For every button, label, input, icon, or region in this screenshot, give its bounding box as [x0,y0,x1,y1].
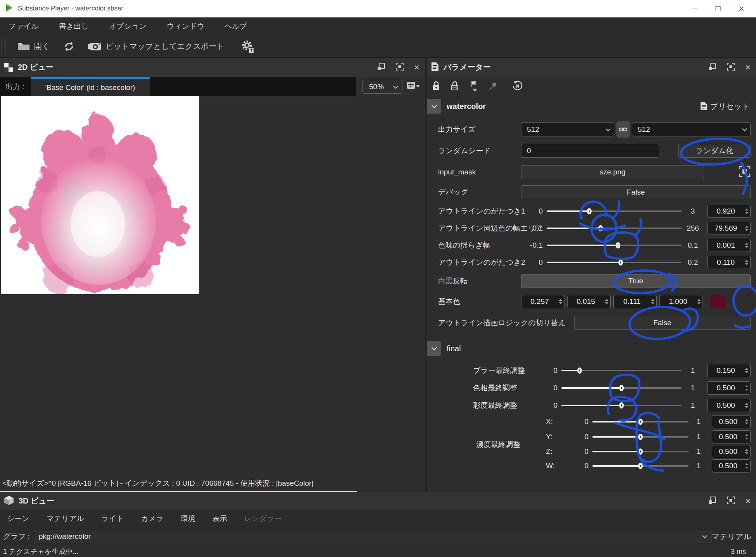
horizontal-splitter[interactable] [0,491,357,492]
link-size-button[interactable] [616,121,630,138]
color-a-spinbox[interactable]: 1.000 [659,295,703,308]
spin-arrows[interactable] [604,299,610,304]
close-button[interactable]: × [739,3,744,14]
slider-track[interactable] [561,370,682,371]
open-folder-icon[interactable] [17,41,30,52]
value-spinbox[interactable]: 0.500 [707,381,751,395]
pin-icon[interactable] [488,81,498,92]
camera-icon[interactable] [88,41,102,52]
open-button[interactable]: 開く [34,41,50,52]
menu-help[interactable]: ヘルプ [224,21,247,31]
flag-filter-icon[interactable] [469,80,479,93]
slider-handle[interactable] [577,367,582,374]
invert-toggle-button[interactable]: True [521,274,751,288]
export-bitmap-button[interactable]: ビットマップとしてエクスポート [105,41,224,52]
base-color-swatch[interactable] [710,295,726,308]
outline-logic-toggle-button[interactable]: False [574,316,751,330]
maximize-pane-icon[interactable] [727,496,735,506]
spin-arrows[interactable] [696,299,702,304]
value-spinbox[interactable]: 0.500 [707,399,751,412]
fit-image-icon[interactable] [739,166,751,179]
menu-options[interactable]: オプション [109,21,147,31]
texture-canvas[interactable] [1,96,199,294]
collapse-final-button[interactable] [427,341,441,356]
spin-arrows[interactable] [744,434,750,440]
slider-handle[interactable] [616,242,620,248]
lock-size-link-icon[interactable] [450,81,460,93]
slider-track[interactable] [561,387,682,389]
reset-history-icon[interactable] [512,80,523,93]
slider-handle[interactable] [638,419,643,425]
spin-arrows[interactable] [744,463,750,469]
slider-handle[interactable] [638,448,643,455]
slider-handle[interactable] [598,225,603,231]
parameters-header[interactable]: パラメーター × [427,58,756,77]
debug-toggle-button[interactable]: False [521,185,751,199]
maximize-button[interactable]: □ [716,4,721,13]
slider-handle[interactable] [619,385,624,391]
menu-window[interactable]: ウィンドウ [167,21,204,31]
spin-arrows[interactable] [744,385,750,391]
output-height-dropdown[interactable]: 512 [632,122,751,136]
value-spinbox[interactable]: 0.110 [707,256,751,269]
menu-export[interactable]: 書き出し [59,21,89,31]
slider-handle[interactable] [618,259,623,266]
minimize-button[interactable]: ─ [692,5,697,12]
tab-display[interactable]: 表示 [212,514,227,524]
menu-file[interactable]: ファイル [9,21,39,31]
spin-arrows[interactable] [744,226,750,231]
spin-arrows[interactable] [744,243,750,248]
value-spinbox[interactable]: 0.920 [707,205,751,218]
spin-arrows[interactable] [744,368,750,373]
spin-arrows[interactable] [744,260,750,265]
output-width-dropdown[interactable]: 512 [521,122,614,136]
randomize-button[interactable]: ランダム化 [678,144,751,158]
color-g-spinbox[interactable]: 0.015 [567,295,611,308]
random-seed-input[interactable]: 0 [521,144,659,158]
spin-arrows[interactable] [744,403,750,408]
input-mask-button[interactable]: sze.png [521,165,704,179]
slider-track[interactable] [547,262,682,263]
spin-arrows[interactable] [744,419,750,424]
slider-track[interactable] [547,245,682,246]
view-options-icon[interactable] [406,81,420,93]
toolbar-grip[interactable] [2,38,5,55]
slider-handle[interactable] [587,208,592,214]
maximize-pane-icon[interactable] [727,62,735,72]
graph-dropdown[interactable]: pkg://watercolor [34,530,711,543]
close-pane-icon[interactable]: × [745,63,751,72]
color-b-spinbox[interactable]: 0.111 [613,295,657,308]
value-spinbox[interactable]: 0.500 [712,459,751,473]
slider-track[interactable] [561,405,682,406]
slider-track[interactable] [592,465,689,467]
2d-view-header[interactable]: 2D ビュー × [0,58,425,77]
output-tab-basecolor[interactable]: 'Base Color' (id : basecolor) [31,77,150,96]
maximize-pane-icon[interactable] [395,62,404,72]
slider-track[interactable] [592,451,689,452]
slider-track[interactable] [547,228,682,229]
close-pane-icon[interactable]: × [745,497,751,506]
slider-track[interactable] [592,436,689,438]
slider-track[interactable] [547,210,682,212]
value-spinbox[interactable]: 0.500 [712,415,751,428]
value-spinbox[interactable]: 79.569 [707,222,751,235]
slider-handle[interactable] [619,402,624,409]
preset-button[interactable]: プリセット [700,101,756,112]
tab-material[interactable]: マテリアル [47,514,84,524]
collapse-watercolor-button[interactable] [427,99,441,114]
refresh-icon[interactable] [63,40,75,53]
color-r-spinbox[interactable]: 0.257 [521,295,564,308]
slider-handle[interactable] [638,463,643,469]
float-pane-icon[interactable] [708,62,716,72]
close-pane-icon[interactable]: × [414,63,419,72]
float-pane-icon[interactable] [377,62,385,72]
spin-arrows[interactable] [650,299,656,304]
tab-light[interactable]: ライト [101,514,124,524]
spin-arrows[interactable] [744,449,750,454]
tab-environment[interactable]: 環境 [181,514,195,524]
zoom-level-dropdown[interactable]: 50% [362,80,402,94]
value-spinbox[interactable]: 0.500 [712,445,751,458]
float-pane-icon[interactable] [708,496,716,506]
value-spinbox[interactable]: 0.500 [712,430,751,443]
spin-arrows[interactable] [558,299,564,304]
